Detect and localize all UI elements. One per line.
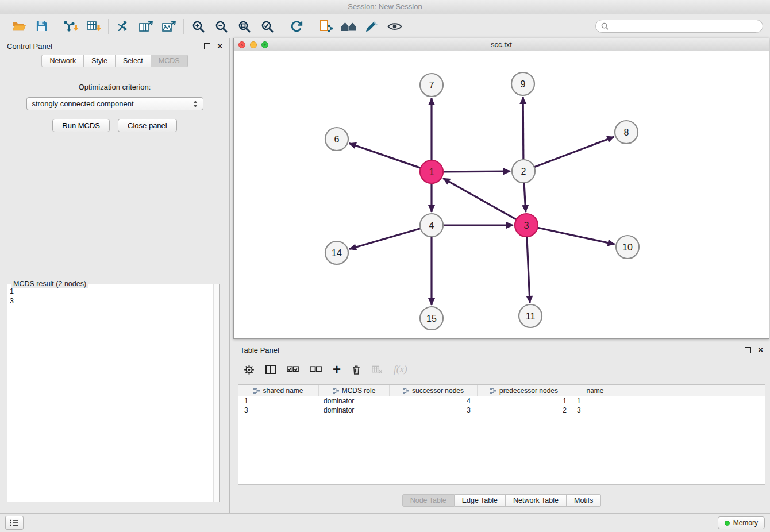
tab-select[interactable]: Select: [116, 55, 151, 67]
float-panel-icon[interactable]: [204, 43, 210, 49]
refresh-icon: [290, 20, 303, 33]
attribute-icon: [490, 388, 496, 394]
open-folder-icon: [11, 20, 26, 32]
zoom-in-button[interactable]: [187, 17, 210, 36]
graph-edge-4-14[interactable]: [349, 228, 422, 249]
gear-icon: [244, 364, 255, 375]
save-session-button[interactable]: [30, 17, 53, 36]
graph-edge-1-2[interactable]: [442, 171, 510, 172]
copy-network-button[interactable]: [314, 17, 337, 36]
run-mcds-button[interactable]: Run MCDS: [52, 119, 110, 132]
export-image-button[interactable]: [157, 17, 180, 36]
delete-column-button[interactable]: [352, 364, 361, 375]
tab-edge-table[interactable]: Edge Table: [455, 494, 506, 507]
table-row[interactable]: 1 dominator 4 1 1: [238, 396, 765, 406]
table-toolbar: + f(x): [233, 358, 770, 380]
eye-icon: [387, 22, 402, 31]
first-neighbors-button[interactable]: [337, 17, 360, 36]
cell-name[interactable]: 1: [571, 397, 619, 405]
graph-edge-2-9[interactable]: [523, 97, 523, 161]
zoom-out-button[interactable]: [210, 17, 233, 36]
show-hide-button[interactable]: [383, 17, 406, 36]
graph-edge-3-1[interactable]: [443, 178, 517, 220]
tab-style[interactable]: Style: [84, 55, 116, 67]
result-line: 3: [10, 297, 14, 305]
zoom-selected-button[interactable]: [256, 17, 279, 36]
column-header-successor-nodes[interactable]: successor nodes: [390, 385, 478, 396]
graph-node-label: 11: [526, 311, 536, 321]
column-label: MCDS role: [342, 387, 376, 395]
zoom-fit-button[interactable]: [233, 17, 256, 36]
cell-name[interactable]: 3: [571, 406, 619, 414]
network-window-titlebar[interactable]: × − + scc.txt: [234, 38, 769, 52]
window-title: Session: New Session: [348, 2, 422, 11]
table-settings-button[interactable]: [244, 364, 255, 375]
tab-node-table[interactable]: Node Table: [402, 494, 455, 507]
network-canvas[interactable]: 7968124314101511: [234, 51, 769, 338]
table-row[interactable]: 3 dominator 3 2 3: [238, 406, 765, 415]
table-panel-title: Table Panel: [240, 346, 279, 354]
graph-edge-3-10[interactable]: [537, 228, 615, 244]
apply-layout-button[interactable]: [285, 17, 308, 36]
cell-successor-nodes[interactable]: 4: [390, 397, 478, 405]
cell-predecessor-nodes[interactable]: 2: [478, 406, 571, 414]
graph-edge-3-11[interactable]: [527, 236, 530, 303]
network-view-window: × − + scc.txt 7968124314101511: [233, 38, 769, 339]
tab-motifs[interactable]: Motifs: [567, 494, 601, 507]
graph-node-label: 4: [429, 221, 434, 230]
attribute-icon: [403, 388, 409, 394]
import-network-button[interactable]: [59, 17, 82, 36]
graph-edge-1-6[interactable]: [349, 144, 422, 169]
close-panel-button[interactable]: Close panel: [118, 119, 177, 132]
cell-mcds-role[interactable]: dominator: [319, 406, 390, 414]
result-line: 1: [10, 287, 14, 295]
graph-edge-2-3[interactable]: [524, 182, 526, 212]
unchecked-boxes-icon: [310, 366, 322, 373]
graph-node-label: 1: [429, 167, 434, 177]
graph-node-label: 7: [429, 80, 434, 90]
optimization-criterion-select[interactable]: strongly connected component: [26, 97, 203, 110]
table-header-row: shared name MCDS role successor nodes pr…: [238, 385, 765, 396]
import-table-icon: [86, 20, 102, 33]
toolbar-divider: [183, 19, 184, 34]
column-header-shared-name[interactable]: shared name: [238, 385, 319, 396]
show-column-panel-button[interactable]: [265, 365, 276, 374]
status-bar: Memory: [0, 513, 770, 532]
import-network-icon: [63, 20, 79, 33]
tab-mcds[interactable]: MCDS: [151, 55, 188, 67]
deselect-all-button[interactable]: [310, 366, 322, 373]
cell-mcds-role[interactable]: dominator: [319, 397, 390, 405]
close-panel-icon[interactable]: ×: [217, 43, 222, 49]
import-table-button[interactable]: [82, 17, 105, 36]
export-table-button[interactable]: [134, 17, 157, 36]
cell-shared-name[interactable]: 3: [238, 406, 319, 414]
graph-edge-2-8[interactable]: [533, 137, 614, 167]
result-scrollbar[interactable]: [213, 284, 219, 502]
float-table-panel-icon[interactable]: [745, 347, 751, 353]
task-history-button[interactable]: [5, 516, 24, 530]
memory-button[interactable]: Memory: [718, 516, 765, 529]
column-header-mcds-role[interactable]: MCDS role: [319, 385, 390, 396]
column-header-predecessor-nodes[interactable]: predecessor nodes: [478, 385, 571, 396]
add-column-button[interactable]: +: [333, 364, 341, 375]
new-network-button[interactable]: [111, 17, 134, 36]
application-window: Session: New Session: [0, 0, 770, 532]
list-icon: [10, 519, 19, 526]
cell-shared-name[interactable]: 1: [238, 397, 319, 405]
tab-network-table[interactable]: Network Table: [506, 494, 567, 507]
column-header-name[interactable]: name: [571, 385, 619, 396]
tab-network[interactable]: Network: [41, 55, 84, 67]
open-session-button[interactable]: [7, 17, 30, 36]
delete-table-icon: [372, 365, 383, 374]
search-field[interactable]: [595, 20, 763, 33]
close-table-panel-icon[interactable]: ×: [758, 347, 763, 353]
cell-predecessor-nodes[interactable]: 1: [478, 397, 571, 405]
mcds-result-list[interactable]: 1 3: [10, 287, 212, 499]
network-graph[interactable]: 7968124314101511: [234, 51, 769, 338]
select-all-button[interactable]: [287, 366, 299, 373]
search-input[interactable]: [612, 22, 757, 31]
zoom-out-icon: [215, 20, 228, 33]
style-brush-button[interactable]: [360, 17, 383, 36]
toolbar-divider: [282, 19, 282, 34]
cell-successor-nodes[interactable]: 3: [390, 406, 478, 414]
